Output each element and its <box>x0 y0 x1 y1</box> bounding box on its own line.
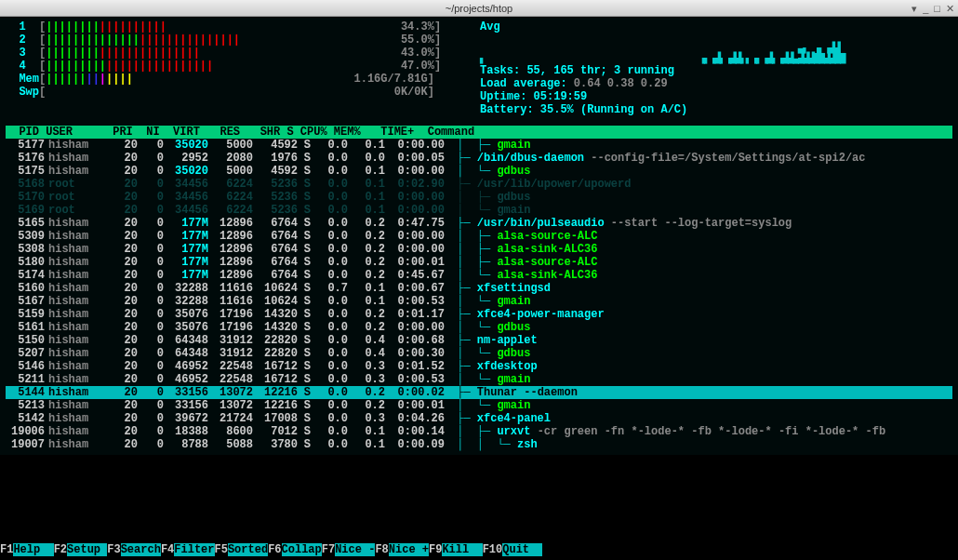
process-row[interactable]: 5150hisham200643483191222820S0.00.40:00.… <box>6 334 952 347</box>
window-menu-icon[interactable]: ▾ <box>911 2 917 15</box>
process-row[interactable]: 5309hisham200177M128966764S0.00.20:00.00… <box>6 230 952 243</box>
process-row[interactable]: 5167hisham200322881161610624S0.00.10:00.… <box>6 295 952 308</box>
uptime-line: Uptime: 05:19:59 <box>480 90 587 103</box>
fkey-F8[interactable]: F8 <box>375 543 388 556</box>
function-key-bar: F1Help F2Setup F3SearchF4FilterF5SortedF… <box>0 543 958 556</box>
process-row[interactable]: 5207hisham200643483191222820S0.00.40:00.… <box>6 347 952 360</box>
terminal-area: 1 [|||||||||||||||||| 34.3%] 2 [||||||||… <box>0 17 958 455</box>
process-row[interactable]: 5174hisham200177M128966764S0.00.20:45.67… <box>6 269 952 282</box>
fkey-label[interactable]: Setup <box>67 543 107 556</box>
cpu-meter-2: 2 [||||||||||||||||||||||||||||| 55.0%] <box>6 33 461 47</box>
process-row[interactable]: 5165hisham200177M128966764S0.00.20:47.75… <box>6 217 952 230</box>
process-row[interactable]: 5213hisham200331561307212216S0.00.20:00.… <box>6 399 952 412</box>
load-label: Load average: <box>480 77 574 90</box>
fkey-label[interactable]: Kill <box>442 543 482 556</box>
window-titlebar: ~/projects/htop ▾ _ □ ✕ <box>0 0 958 17</box>
avg-label: Avg <box>480 20 952 33</box>
cpu-meter-3: 3 [||||||||||||||||||||||| 43.0%] <box>6 47 461 60</box>
system-info-panel: Avg ▄▖ ▗▖▗▟▟▖ ▗▖▗▟▖▗▟▟▖▖▗▖▗▟▖▗▟▟▄▟▟▟██▟▟… <box>480 20 952 116</box>
process-row[interactable]: 5146hisham200469522254816712S0.00.30:01.… <box>6 360 952 373</box>
fkey-label[interactable]: Collap <box>282 543 322 556</box>
process-row[interactable]: 5161hisham200350761719614320S0.00.20:00.… <box>6 321 952 334</box>
fkey-F9[interactable]: F9 <box>429 543 442 556</box>
fkey-F10[interactable]: F10 <box>483 543 503 556</box>
process-row[interactable]: 5176hisham200295220801976S0.00.00:00.05 … <box>6 152 952 165</box>
process-row[interactable]: 19006hisham2001838886007012S0.00.10:00.1… <box>6 425 952 438</box>
fkey-label[interactable]: Filter <box>174 543 214 556</box>
fkey-label[interactable]: Quit <box>502 543 542 556</box>
fkey-F3[interactable]: F3 <box>107 543 120 556</box>
swap-meter: Swp[ 0K/0K] <box>6 86 461 99</box>
process-row[interactable]: 5211hisham200469522254816712S0.00.30:00.… <box>6 373 952 386</box>
process-row[interactable]: 5159hisham200350761719614320S0.00.20:01.… <box>6 308 952 321</box>
process-row[interactable]: 5142hisham200396722172417008S0.00.30:04.… <box>6 412 952 425</box>
fkey-label[interactable]: Sorted <box>228 543 268 556</box>
process-row[interactable]: 19007hisham200878850883780S0.00.10:00.09… <box>6 438 952 451</box>
fkey-F1[interactable]: F1 <box>0 543 13 556</box>
cpu-meter-4: 4 [||||||||||||||||||||||||| 47.0%] <box>6 60 461 73</box>
maximize-icon[interactable]: □ <box>934 2 940 15</box>
column-header[interactable]: PID USER PRI NI VIRT RES SHR S CPU% MEM%… <box>6 126 952 139</box>
process-row[interactable]: 5144hisham200331561307212216S0.00.20:00.… <box>6 386 952 399</box>
process-row[interactable]: 5308hisham200177M128966764S0.00.20:00.00… <box>6 243 952 256</box>
fkey-F7[interactable]: F7 <box>322 543 335 556</box>
sparkline: ▄▖ ▗▖▗▟▟▖ ▗▖▗▟▖▗▟▟▖▖▗▖▗▟▖▗▟▟▄▟▟▟██▟▟██ <box>480 33 952 64</box>
fkey-label[interactable]: Help <box>13 543 53 556</box>
process-row[interactable]: 5168root2003445662245236S0.00.10:02.90 ├… <box>6 178 952 191</box>
fkey-F4[interactable]: F4 <box>161 543 174 556</box>
process-table[interactable]: 5177hisham2003502050004592S0.00.10:00.00… <box>6 139 952 451</box>
process-row[interactable]: 5169root2003445662245236S0.00.10:00.00 │… <box>6 204 952 217</box>
meters-panel: 1 [|||||||||||||||||| 34.3%] 2 [||||||||… <box>6 20 461 116</box>
tasks-line: Tasks: 55, 165 thr; 3 running <box>480 64 674 77</box>
window-title: ~/projects/htop <box>446 2 512 15</box>
close-icon[interactable]: ✕ <box>946 2 954 15</box>
process-row[interactable]: 5177hisham2003502050004592S0.00.10:00.00… <box>6 139 952 152</box>
process-row[interactable]: 5160hisham200322881161610624S0.70.10:00.… <box>6 282 952 295</box>
mem-meter: Mem[||||||||||||| 1.16G/7.81G] <box>6 73 461 86</box>
fkey-label[interactable]: Search <box>121 543 161 556</box>
battery-line: Battery: 35.5% (Running on A/C) <box>480 103 687 116</box>
minimize-icon[interactable]: _ <box>923 2 928 15</box>
cpu-meter-1: 1 [|||||||||||||||||| 34.3%] <box>6 20 461 33</box>
load-values: 0.64 0.38 0.29 <box>574 77 668 90</box>
fkey-F6[interactable]: F6 <box>268 543 281 556</box>
process-row[interactable]: 5175hisham2003502050004592S0.00.10:00.00… <box>6 165 952 178</box>
process-row[interactable]: 5180hisham200177M128966764S0.00.20:00.01… <box>6 256 952 269</box>
fkey-F2[interactable]: F2 <box>54 543 67 556</box>
process-row[interactable]: 5170root2003445662245236S0.00.10:00.00 │… <box>6 191 952 204</box>
fkey-label[interactable]: Nice - <box>335 543 375 556</box>
fkey-label[interactable]: Nice + <box>389 543 429 556</box>
fkey-F5[interactable]: F5 <box>215 543 228 556</box>
